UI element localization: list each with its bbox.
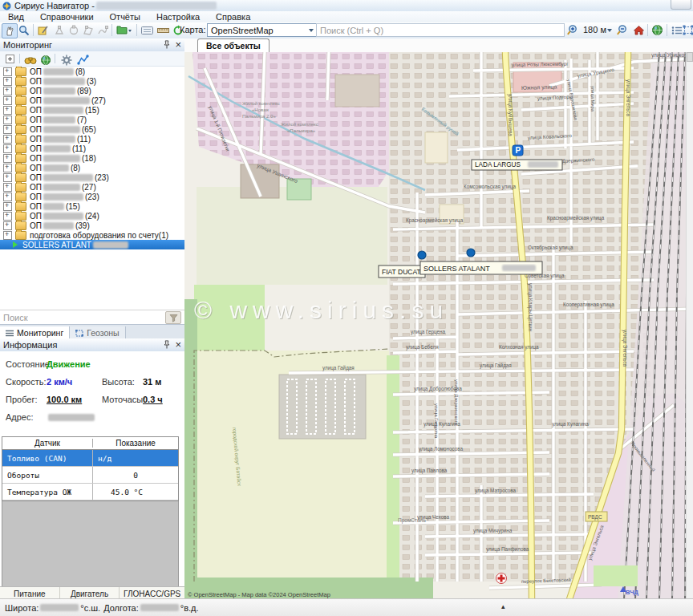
tree-item-count: (8) — [75, 67, 85, 76]
tree-item[interactable]: ОП (27) — [0, 182, 184, 192]
ruler-button[interactable] — [156, 23, 170, 37]
tree-item[interactable]: ОП (27) — [0, 95, 184, 105]
tree-item[interactable]: ОП (23) — [0, 172, 184, 182]
global-search-input[interactable] — [316, 23, 565, 37]
expander-icon[interactable] — [3, 67, 12, 76]
expander-icon[interactable] — [3, 116, 12, 124]
tree-item-label: ОП — [30, 77, 42, 86]
sensor-row[interactable]: Температура ОЖ45.0 °C — [2, 484, 178, 500]
expander-icon[interactable] — [3, 231, 12, 240]
expander-icon[interactable] — [3, 202, 12, 211]
expander-icon[interactable] — [3, 183, 12, 192]
expander-icon[interactable] — [3, 154, 12, 163]
path-geozone-button[interactable] — [95, 23, 110, 37]
expander-icon[interactable] — [3, 125, 12, 134]
map-scrollbar[interactable] — [686, 52, 693, 599]
redacted-name — [43, 78, 85, 85]
expander-icon[interactable] — [3, 144, 12, 153]
tree-item[interactable]: ОП (39) — [0, 221, 184, 230]
info-pin-icon[interactable] — [163, 340, 171, 350]
find-object-button[interactable] — [23, 53, 38, 67]
tree-item[interactable]: ОП (7) — [0, 115, 184, 124]
sensor-row[interactable]: Топливо (CAN)н/д — [2, 450, 178, 467]
sensor-row[interactable]: Обороты0 — [2, 467, 178, 484]
zoom-out-button[interactable] — [614, 23, 629, 37]
expander-icon[interactable] — [3, 77, 12, 86]
menu-item[interactable]: Справочники — [32, 12, 102, 22]
info-close-icon[interactable] — [175, 341, 181, 349]
menu-item[interactable]: Справка — [208, 12, 258, 22]
mileage-value[interactable]: 100.0 км — [47, 395, 82, 404]
edit-geozone-button[interactable] — [36, 23, 51, 37]
expander-icon[interactable] — [3, 106, 12, 115]
keyboard-button[interactable] — [140, 23, 154, 37]
tree-item-count: (1) — [159, 231, 168, 240]
tree-item[interactable]: ОП (3) — [0, 76, 184, 86]
scale-dropdown-icon[interactable] — [607, 29, 612, 32]
expander-icon[interactable] — [3, 96, 12, 105]
expand-all-button[interactable] — [5, 54, 15, 64]
tree-item[interactable]: ОП (11) — [0, 134, 184, 144]
vehicle-marker[interactable] — [467, 249, 475, 257]
menu-item[interactable]: Настройка — [148, 12, 208, 22]
tree-item[interactable]: ОП (65) — [0, 124, 184, 134]
sensor-value: 0 — [93, 471, 178, 480]
tree-item[interactable]: ОП (24) — [0, 211, 184, 221]
tree-item[interactable]: ОП (8) — [0, 67, 184, 76]
zoom-tool-button[interactable] — [17, 23, 31, 37]
layers-button[interactable] — [115, 23, 134, 37]
street-label: улица Урицкого — [651, 52, 687, 59]
world-view-button[interactable] — [650, 23, 664, 37]
add-node-button[interactable] — [52, 23, 67, 37]
tab-geozones[interactable]: Геозоны — [70, 326, 125, 339]
street-label: Колхозная улица — [499, 344, 539, 351]
expander-icon[interactable] — [3, 135, 12, 144]
street-label: Комсомольская улица — [464, 184, 516, 190]
close-icon[interactable] — [175, 41, 181, 49]
map-canvas[interactable]: улица Розы ЛюксембургЮжная улицаулица Ур… — [184, 52, 687, 599]
tree-item[interactable]: ОП (11) — [0, 144, 184, 153]
tree-item[interactable]: ОП (89) — [0, 86, 184, 95]
tab-monitoring[interactable]: Мониторинг — [0, 326, 70, 339]
expander-icon[interactable] — [3, 164, 12, 172]
circle-geozone-button[interactable] — [67, 23, 81, 37]
map-provider-select[interactable]: OpenStreetMap — [207, 23, 318, 37]
expander-icon[interactable] — [3, 221, 12, 230]
vehicle-marker[interactable] — [418, 251, 426, 259]
window-control-button[interactable] — [671, 0, 691, 10]
show-on-map-button[interactable] — [38, 53, 53, 67]
tree-settings-button[interactable] — [59, 53, 74, 67]
tree-item[interactable]: ОП (8) — [0, 163, 184, 172]
tree-search-line[interactable]: Поиск — [0, 310, 184, 325]
pan-tool-button[interactable] — [2, 23, 18, 38]
map-tab-all-objects[interactable]: Все объекты — [197, 38, 270, 52]
pin-icon[interactable] — [163, 40, 171, 50]
expander-icon[interactable] — [3, 212, 12, 221]
track-button[interactable] — [75, 53, 90, 67]
tree-filter-button[interactable] — [165, 311, 181, 324]
tree-item[interactable]: ОП (15) — [0, 105, 184, 115]
redacted-name — [43, 213, 83, 220]
zoom-in-button[interactable] — [565, 23, 579, 37]
collapse-arrow-icon[interactable]: ▴ — [501, 602, 505, 610]
redacted-name — [43, 126, 80, 133]
info-panel: Состояние: Движение Скорость: 2 км/ч Выс… — [0, 351, 184, 436]
redacted-name — [93, 241, 128, 249]
expander-icon[interactable] — [3, 87, 12, 95]
tree-item[interactable]: ОП (23) — [0, 192, 184, 201]
tree-item[interactable]: ОП (18) — [0, 153, 184, 163]
street-label: улица Куйбышева — [507, 94, 513, 136]
home-view-button[interactable] — [631, 23, 646, 37]
tree-item[interactable]: подготовка оборудования по счету (1) — [0, 230, 184, 240]
hours-value[interactable]: 0.3 ч — [143, 395, 163, 404]
menu-item[interactable]: Вид — [0, 12, 32, 22]
vehicle-label: LADA LARGUS — [475, 161, 521, 168]
tree-item-selected[interactable]: SOLLERS ATLANT — [0, 240, 184, 249]
polygon-geozone-button[interactable] — [81, 23, 95, 37]
tree-item[interactable]: ОП (15) — [0, 201, 184, 211]
expander-icon[interactable] — [3, 192, 12, 201]
map-scrollbar-thumb[interactable] — [687, 52, 693, 62]
menu-item[interactable]: Отчёты — [102, 12, 148, 22]
zoom-out-icon — [616, 24, 628, 36]
expander-icon[interactable] — [3, 173, 12, 182]
